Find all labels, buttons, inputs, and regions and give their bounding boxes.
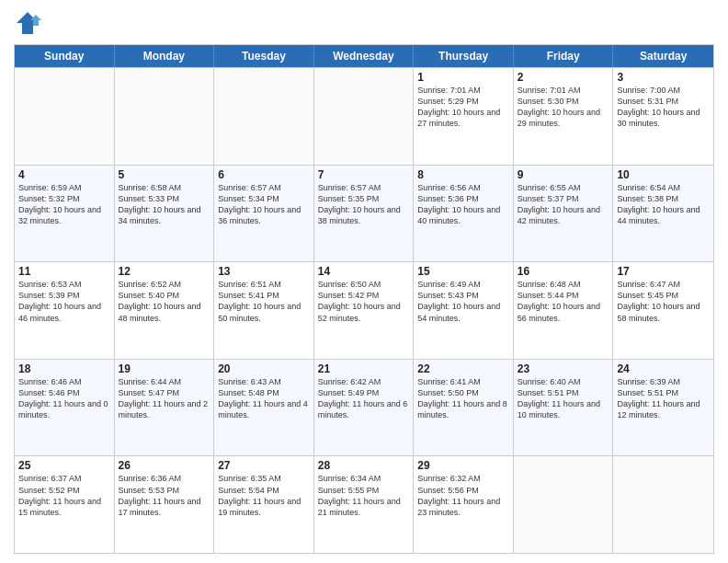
calendar-cell: 1Sunrise: 7:01 AM Sunset: 5:29 PM Daylig… — [414, 68, 514, 165]
day-number: 6 — [218, 168, 310, 181]
day-number: 24 — [617, 362, 710, 375]
day-number: 18 — [18, 362, 110, 375]
weekday-header: Sunday — [15, 45, 115, 67]
day-info: Sunrise: 6:53 AM Sunset: 5:39 PM Dayligh… — [18, 279, 110, 324]
day-number: 11 — [18, 265, 110, 278]
calendar-cell: 29Sunrise: 6:32 AM Sunset: 5:56 PM Dayli… — [414, 456, 514, 553]
day-info: Sunrise: 6:40 AM Sunset: 5:51 PM Dayligh… — [518, 376, 609, 421]
day-info: Sunrise: 6:42 AM Sunset: 5:49 PM Dayligh… — [318, 376, 410, 421]
header — [14, 9, 714, 37]
day-number: 1 — [417, 71, 509, 84]
day-info: Sunrise: 6:35 AM Sunset: 5:54 PM Dayligh… — [218, 473, 310, 518]
calendar-cell: 11Sunrise: 6:53 AM Sunset: 5:39 PM Dayli… — [15, 262, 115, 359]
calendar-row: 1Sunrise: 7:01 AM Sunset: 5:29 PM Daylig… — [15, 67, 713, 165]
calendar-cell: 9Sunrise: 6:55 AM Sunset: 5:37 PM Daylig… — [514, 166, 614, 262]
logo-icon — [14, 9, 41, 37]
day-info: Sunrise: 6:46 AM Sunset: 5:46 PM Dayligh… — [18, 376, 110, 421]
day-number: 26 — [119, 459, 210, 472]
weekday-header: Wednesday — [314, 45, 415, 67]
calendar-cell: 2Sunrise: 7:01 AM Sunset: 5:30 PM Daylig… — [514, 68, 614, 165]
calendar-cell: 17Sunrise: 6:47 AM Sunset: 5:45 PM Dayli… — [613, 262, 713, 359]
day-number: 8 — [417, 168, 509, 181]
day-number: 3 — [617, 71, 710, 84]
day-info: Sunrise: 6:32 AM Sunset: 5:56 PM Dayligh… — [417, 473, 509, 518]
weekday-header: Thursday — [414, 45, 514, 67]
day-number: 14 — [318, 265, 410, 278]
calendar-cell: 3Sunrise: 7:00 AM Sunset: 5:31 PM Daylig… — [613, 68, 713, 165]
calendar: SundayMondayTuesdayWednesdayThursdayFrid… — [14, 44, 714, 554]
calendar-cell: 13Sunrise: 6:51 AM Sunset: 5:41 PM Dayli… — [214, 262, 314, 359]
day-info: Sunrise: 6:54 AM Sunset: 5:38 PM Dayligh… — [617, 182, 710, 227]
calendar-cell: 20Sunrise: 6:43 AM Sunset: 5:48 PM Dayli… — [214, 360, 314, 456]
weekday-header: Monday — [115, 45, 215, 67]
day-info: Sunrise: 7:01 AM Sunset: 5:29 PM Dayligh… — [417, 85, 509, 130]
calendar-cell: 23Sunrise: 6:40 AM Sunset: 5:51 PM Dayli… — [514, 360, 614, 456]
day-info: Sunrise: 6:51 AM Sunset: 5:41 PM Dayligh… — [218, 279, 310, 324]
day-number: 9 — [518, 168, 609, 181]
calendar-cell: 21Sunrise: 6:42 AM Sunset: 5:49 PM Dayli… — [314, 360, 415, 456]
day-info: Sunrise: 6:39 AM Sunset: 5:51 PM Dayligh… — [617, 376, 710, 421]
calendar-cell — [115, 68, 215, 165]
calendar-cell — [15, 68, 115, 165]
day-info: Sunrise: 6:36 AM Sunset: 5:53 PM Dayligh… — [119, 473, 210, 518]
calendar-cell: 10Sunrise: 6:54 AM Sunset: 5:38 PM Dayli… — [613, 166, 713, 262]
calendar-row: 25Sunrise: 6:37 AM Sunset: 5:52 PM Dayli… — [15, 455, 713, 553]
day-number: 4 — [18, 168, 110, 181]
calendar-cell: 27Sunrise: 6:35 AM Sunset: 5:54 PM Dayli… — [214, 456, 314, 553]
day-info: Sunrise: 6:58 AM Sunset: 5:33 PM Dayligh… — [119, 182, 210, 227]
day-number: 25 — [18, 459, 110, 472]
calendar-cell: 7Sunrise: 6:57 AM Sunset: 5:35 PM Daylig… — [314, 166, 415, 262]
calendar-cell: 25Sunrise: 6:37 AM Sunset: 5:52 PM Dayli… — [15, 456, 115, 553]
calendar-cell: 19Sunrise: 6:44 AM Sunset: 5:47 PM Dayli… — [115, 360, 215, 456]
calendar-cell: 24Sunrise: 6:39 AM Sunset: 5:51 PM Dayli… — [613, 360, 713, 456]
calendar-cell: 22Sunrise: 6:41 AM Sunset: 5:50 PM Dayli… — [414, 360, 514, 456]
day-info: Sunrise: 6:50 AM Sunset: 5:42 PM Dayligh… — [318, 279, 410, 324]
weekday-header: Saturday — [613, 45, 713, 67]
calendar-row: 11Sunrise: 6:53 AM Sunset: 5:39 PM Dayli… — [15, 261, 713, 359]
day-info: Sunrise: 6:59 AM Sunset: 5:32 PM Dayligh… — [18, 182, 110, 227]
day-info: Sunrise: 6:52 AM Sunset: 5:40 PM Dayligh… — [119, 279, 210, 324]
calendar-cell: 14Sunrise: 6:50 AM Sunset: 5:42 PM Dayli… — [314, 262, 415, 359]
day-number: 21 — [318, 362, 410, 375]
day-info: Sunrise: 7:01 AM Sunset: 5:30 PM Dayligh… — [518, 85, 609, 130]
day-info: Sunrise: 7:00 AM Sunset: 5:31 PM Dayligh… — [617, 85, 710, 130]
day-info: Sunrise: 6:48 AM Sunset: 5:44 PM Dayligh… — [518, 279, 609, 324]
day-number: 12 — [119, 265, 210, 278]
calendar-header: SundayMondayTuesdayWednesdayThursdayFrid… — [15, 45, 713, 67]
day-info: Sunrise: 6:47 AM Sunset: 5:45 PM Dayligh… — [617, 279, 710, 324]
day-number: 15 — [417, 265, 509, 278]
day-number: 27 — [218, 459, 310, 472]
calendar-row: 4Sunrise: 6:59 AM Sunset: 5:32 PM Daylig… — [15, 165, 713, 262]
day-info: Sunrise: 6:44 AM Sunset: 5:47 PM Dayligh… — [119, 376, 210, 421]
calendar-row: 18Sunrise: 6:46 AM Sunset: 5:46 PM Dayli… — [15, 359, 713, 456]
calendar-cell: 4Sunrise: 6:59 AM Sunset: 5:32 PM Daylig… — [15, 166, 115, 262]
calendar-cell: 5Sunrise: 6:58 AM Sunset: 5:33 PM Daylig… — [115, 166, 215, 262]
calendar-cell — [613, 456, 713, 553]
day-info: Sunrise: 6:49 AM Sunset: 5:43 PM Dayligh… — [417, 279, 509, 324]
calendar-body: 1Sunrise: 7:01 AM Sunset: 5:29 PM Daylig… — [15, 67, 713, 553]
day-number: 17 — [617, 265, 710, 278]
day-number: 23 — [518, 362, 609, 375]
calendar-cell — [314, 68, 415, 165]
day-number: 28 — [318, 459, 410, 472]
weekday-header: Tuesday — [214, 45, 314, 67]
day-number: 22 — [417, 362, 509, 375]
calendar-cell: 15Sunrise: 6:49 AM Sunset: 5:43 PM Dayli… — [414, 262, 514, 359]
calendar-cell: 12Sunrise: 6:52 AM Sunset: 5:40 PM Dayli… — [115, 262, 215, 359]
logo — [14, 9, 45, 37]
day-number: 29 — [417, 459, 509, 472]
day-info: Sunrise: 6:34 AM Sunset: 5:55 PM Dayligh… — [318, 473, 410, 518]
day-number: 20 — [218, 362, 310, 375]
day-number: 19 — [119, 362, 210, 375]
day-number: 16 — [518, 265, 609, 278]
day-info: Sunrise: 6:56 AM Sunset: 5:36 PM Dayligh… — [417, 182, 509, 227]
calendar-cell: 16Sunrise: 6:48 AM Sunset: 5:44 PM Dayli… — [514, 262, 614, 359]
day-number: 10 — [617, 168, 710, 181]
weekday-header: Friday — [514, 45, 614, 67]
day-info: Sunrise: 6:43 AM Sunset: 5:48 PM Dayligh… — [218, 376, 310, 421]
day-info: Sunrise: 6:57 AM Sunset: 5:35 PM Dayligh… — [318, 182, 410, 227]
calendar-cell: 26Sunrise: 6:36 AM Sunset: 5:53 PM Dayli… — [115, 456, 215, 553]
day-info: Sunrise: 6:57 AM Sunset: 5:34 PM Dayligh… — [218, 182, 310, 227]
calendar-cell: 8Sunrise: 6:56 AM Sunset: 5:36 PM Daylig… — [414, 166, 514, 262]
page: SundayMondayTuesdayWednesdayThursdayFrid… — [0, 0, 728, 563]
